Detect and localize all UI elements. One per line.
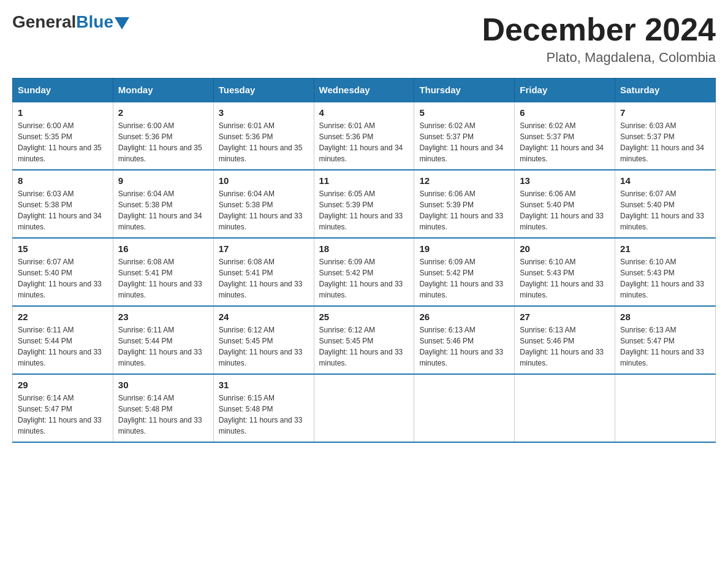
title-section: December 2024 Plato, Magdalena, Colombia: [482, 12, 716, 66]
calendar-cell: 30 Sunrise: 6:14 AM Sunset: 5:48 PM Dayl…: [113, 374, 213, 442]
calendar-cell: [515, 374, 615, 442]
calendar-cell: [314, 374, 414, 442]
day-number: 27: [520, 312, 610, 322]
location-subtitle: Plato, Magdalena, Colombia: [482, 50, 716, 66]
calendar-cell: 12 Sunrise: 6:06 AM Sunset: 5:39 PM Dayl…: [414, 170, 515, 238]
calendar-cell: 31 Sunrise: 6:15 AM Sunset: 5:48 PM Dayl…: [213, 374, 314, 442]
day-number: 16: [118, 243, 208, 254]
day-number: 7: [620, 107, 710, 118]
day-number: 25: [319, 312, 409, 322]
day-number: 5: [419, 107, 509, 118]
day-number: 23: [118, 312, 208, 322]
calendar-cell: 14 Sunrise: 6:07 AM Sunset: 5:40 PM Dayl…: [615, 170, 716, 238]
day-number: 6: [520, 107, 610, 118]
col-header-tuesday: Tuesday: [213, 79, 314, 102]
calendar-cell: 15 Sunrise: 6:07 AM Sunset: 5:40 PM Dayl…: [13, 238, 113, 306]
calendar-cell: 7 Sunrise: 6:03 AM Sunset: 5:37 PM Dayli…: [615, 102, 716, 170]
logo: General Blue: [12, 12, 129, 32]
calendar-cell: [615, 374, 716, 442]
calendar-cell: 6 Sunrise: 6:02 AM Sunset: 5:37 PM Dayli…: [515, 102, 615, 170]
day-info: Sunrise: 6:00 AM Sunset: 5:35 PM Dayligh…: [18, 120, 108, 164]
calendar-cell: 21 Sunrise: 6:10 AM Sunset: 5:43 PM Dayl…: [615, 238, 716, 306]
logo-general: General: [12, 12, 76, 32]
day-number: 10: [219, 175, 309, 186]
day-info: Sunrise: 6:03 AM Sunset: 5:37 PM Dayligh…: [620, 120, 710, 164]
page-header: General Blue December 2024 Plato, Magdal…: [12, 12, 716, 66]
day-number: 1: [18, 107, 108, 118]
day-number: 4: [319, 107, 409, 118]
day-number: 17: [219, 243, 309, 254]
calendar-cell: 5 Sunrise: 6:02 AM Sunset: 5:37 PM Dayli…: [414, 102, 515, 170]
calendar-cell: 1 Sunrise: 6:00 AM Sunset: 5:35 PM Dayli…: [13, 102, 113, 170]
day-info: Sunrise: 6:00 AM Sunset: 5:36 PM Dayligh…: [118, 120, 208, 164]
day-info: Sunrise: 6:08 AM Sunset: 5:41 PM Dayligh…: [219, 256, 309, 301]
day-info: Sunrise: 6:04 AM Sunset: 5:38 PM Dayligh…: [118, 188, 208, 232]
calendar-cell: 2 Sunrise: 6:00 AM Sunset: 5:36 PM Dayli…: [113, 102, 213, 170]
logo-text: General Blue: [12, 12, 129, 32]
day-info: Sunrise: 6:14 AM Sunset: 5:47 PM Dayligh…: [18, 393, 108, 437]
day-info: Sunrise: 6:09 AM Sunset: 5:42 PM Dayligh…: [419, 256, 509, 301]
day-info: Sunrise: 6:06 AM Sunset: 5:40 PM Dayligh…: [520, 188, 610, 232]
day-number: 9: [118, 175, 208, 186]
day-number: 22: [18, 312, 108, 322]
day-number: 11: [319, 175, 409, 186]
calendar-week-4: 22 Sunrise: 6:11 AM Sunset: 5:44 PM Dayl…: [13, 306, 716, 374]
day-info: Sunrise: 6:14 AM Sunset: 5:48 PM Dayligh…: [118, 393, 208, 437]
calendar-cell: 18 Sunrise: 6:09 AM Sunset: 5:42 PM Dayl…: [314, 238, 414, 306]
day-info: Sunrise: 6:05 AM Sunset: 5:39 PM Dayligh…: [319, 188, 409, 232]
day-info: Sunrise: 6:13 AM Sunset: 5:46 PM Dayligh…: [419, 324, 509, 369]
calendar-cell: 20 Sunrise: 6:10 AM Sunset: 5:43 PM Dayl…: [515, 238, 615, 306]
day-info: Sunrise: 6:02 AM Sunset: 5:37 PM Dayligh…: [419, 120, 509, 164]
day-number: 31: [219, 380, 309, 390]
day-number: 28: [620, 312, 710, 322]
calendar-cell: 16 Sunrise: 6:08 AM Sunset: 5:41 PM Dayl…: [113, 238, 213, 306]
calendar-cell: 25 Sunrise: 6:12 AM Sunset: 5:45 PM Dayl…: [314, 306, 414, 374]
calendar-cell: 26 Sunrise: 6:13 AM Sunset: 5:46 PM Dayl…: [414, 306, 515, 374]
day-number: 3: [219, 107, 309, 118]
day-info: Sunrise: 6:10 AM Sunset: 5:43 PM Dayligh…: [520, 256, 610, 301]
calendar-header-row: Sunday Monday Tuesday Wednesday Thursday…: [13, 79, 716, 102]
calendar-cell: [414, 374, 515, 442]
calendar-cell: 22 Sunrise: 6:11 AM Sunset: 5:44 PM Dayl…: [13, 306, 113, 374]
calendar-week-2: 8 Sunrise: 6:03 AM Sunset: 5:38 PM Dayli…: [13, 170, 716, 238]
day-number: 24: [219, 312, 309, 322]
calendar-week-1: 1 Sunrise: 6:00 AM Sunset: 5:35 PM Dayli…: [13, 102, 716, 170]
day-info: Sunrise: 6:01 AM Sunset: 5:36 PM Dayligh…: [319, 120, 409, 164]
day-info: Sunrise: 6:11 AM Sunset: 5:44 PM Dayligh…: [18, 324, 108, 369]
col-header-wednesday: Wednesday: [314, 79, 414, 102]
month-title: December 2024: [482, 12, 716, 47]
day-info: Sunrise: 6:11 AM Sunset: 5:44 PM Dayligh…: [118, 324, 208, 369]
calendar-cell: 13 Sunrise: 6:06 AM Sunset: 5:40 PM Dayl…: [515, 170, 615, 238]
day-number: 21: [620, 243, 710, 254]
day-info: Sunrise: 6:04 AM Sunset: 5:38 PM Dayligh…: [219, 188, 309, 232]
day-info: Sunrise: 6:01 AM Sunset: 5:36 PM Dayligh…: [219, 120, 309, 164]
col-header-monday: Monday: [113, 79, 213, 102]
day-number: 2: [118, 107, 208, 118]
calendar-cell: 23 Sunrise: 6:11 AM Sunset: 5:44 PM Dayl…: [113, 306, 213, 374]
day-info: Sunrise: 6:07 AM Sunset: 5:40 PM Dayligh…: [18, 256, 108, 301]
day-info: Sunrise: 6:15 AM Sunset: 5:48 PM Dayligh…: [219, 393, 309, 437]
day-number: 29: [18, 380, 108, 390]
calendar-cell: 29 Sunrise: 6:14 AM Sunset: 5:47 PM Dayl…: [13, 374, 113, 442]
day-number: 13: [520, 175, 610, 186]
calendar-cell: 19 Sunrise: 6:09 AM Sunset: 5:42 PM Dayl…: [414, 238, 515, 306]
day-number: 18: [319, 243, 409, 254]
logo-triangle-icon: [115, 17, 129, 29]
col-header-thursday: Thursday: [414, 79, 515, 102]
day-number: 15: [18, 243, 108, 254]
day-info: Sunrise: 6:07 AM Sunset: 5:40 PM Dayligh…: [620, 188, 710, 232]
calendar-cell: 17 Sunrise: 6:08 AM Sunset: 5:41 PM Dayl…: [213, 238, 314, 306]
day-info: Sunrise: 6:06 AM Sunset: 5:39 PM Dayligh…: [419, 188, 509, 232]
calendar-cell: 3 Sunrise: 6:01 AM Sunset: 5:36 PM Dayli…: [213, 102, 314, 170]
day-number: 30: [118, 380, 208, 390]
calendar-cell: 4 Sunrise: 6:01 AM Sunset: 5:36 PM Dayli…: [314, 102, 414, 170]
day-info: Sunrise: 6:13 AM Sunset: 5:47 PM Dayligh…: [620, 324, 710, 369]
calendar-cell: 11 Sunrise: 6:05 AM Sunset: 5:39 PM Dayl…: [314, 170, 414, 238]
day-info: Sunrise: 6:02 AM Sunset: 5:37 PM Dayligh…: [520, 120, 610, 164]
day-number: 12: [419, 175, 509, 186]
calendar-week-5: 29 Sunrise: 6:14 AM Sunset: 5:47 PM Dayl…: [13, 374, 716, 442]
day-info: Sunrise: 6:12 AM Sunset: 5:45 PM Dayligh…: [219, 324, 309, 369]
day-number: 26: [419, 312, 509, 322]
day-info: Sunrise: 6:03 AM Sunset: 5:38 PM Dayligh…: [18, 188, 108, 232]
col-header-saturday: Saturday: [615, 79, 716, 102]
